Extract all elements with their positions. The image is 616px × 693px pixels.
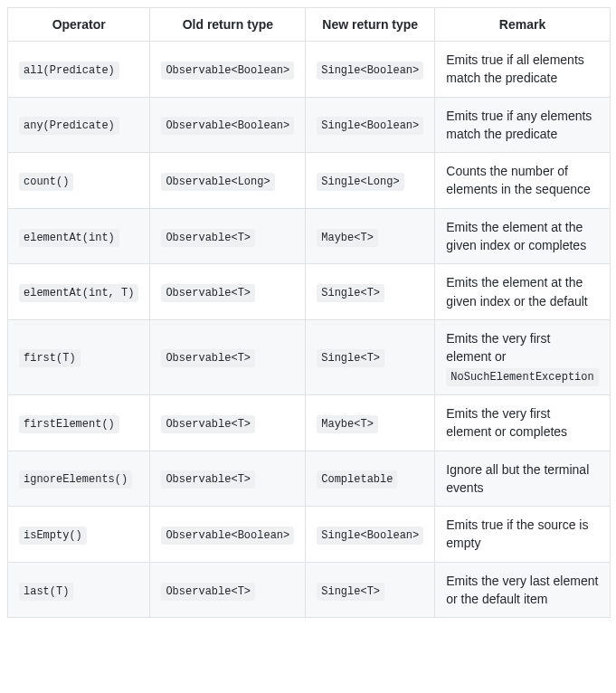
old-return-type-code: Observable<Boolean> xyxy=(161,527,294,545)
operator-cell: all(Predicate) xyxy=(8,42,150,98)
remark-cell: Emits the very last element or the defau… xyxy=(435,562,610,618)
remark-cell: Counts the number of elements in the seq… xyxy=(435,153,610,209)
remark-text: Emits the element at the given index or … xyxy=(446,275,587,308)
old-return-type-code: Observable<Boolean> xyxy=(161,117,294,135)
remark-cell: Emits true if all elements match the pre… xyxy=(435,42,610,98)
operator-code: all(Predicate) xyxy=(19,62,119,80)
new-return-type-code: Maybe<T> xyxy=(317,229,378,247)
remark-text: Emits the very first element or xyxy=(446,331,550,364)
new-return-type-cell: Single<Boolean> xyxy=(306,42,435,98)
header-remark: Remark xyxy=(435,8,610,42)
table-row: ignoreElements()Observable<T>Completable… xyxy=(8,451,611,507)
header-operator: Operator xyxy=(8,8,150,42)
new-return-type-code: Single<T> xyxy=(317,284,384,302)
remark-text: Emits the very last element or the defau… xyxy=(446,574,598,606)
old-return-type-code: Observable<Boolean> xyxy=(161,62,294,80)
operator-cell: isEmpty() xyxy=(8,507,150,563)
new-return-type-code: Single<T> xyxy=(317,583,384,601)
old-return-type-code: Observable<T> xyxy=(161,229,255,247)
operator-code: count() xyxy=(19,173,73,191)
operator-code: elementAt(int) xyxy=(19,229,119,247)
new-return-type-cell: Single<Boolean> xyxy=(306,97,435,153)
operator-code: isEmpty() xyxy=(19,527,87,545)
old-return-type-code: Observable<T> xyxy=(161,349,255,367)
new-return-type-code: Single<Boolean> xyxy=(317,62,423,80)
new-return-type-cell: Single<T> xyxy=(306,264,435,320)
new-return-type-cell: Single<Boolean> xyxy=(306,507,435,563)
old-return-type-cell: Observable<Boolean> xyxy=(150,42,306,98)
operator-cell: count() xyxy=(8,153,150,209)
new-return-type-code: Single<Boolean> xyxy=(317,527,423,545)
remark-cell: Emits the element at the given index or … xyxy=(435,208,610,264)
old-return-type-cell: Observable<Boolean> xyxy=(150,97,306,153)
remark-cell: Ignore all but the terminal events xyxy=(435,451,610,507)
new-return-type-code: Completable xyxy=(317,470,397,489)
old-return-type-cell: Observable<Boolean> xyxy=(150,507,306,563)
table-row: isEmpty()Observable<Boolean>Single<Boole… xyxy=(8,507,611,563)
new-return-type-cell: Single<T> xyxy=(306,562,435,618)
remark-cell: Emits the element at the given index or … xyxy=(435,264,610,320)
new-return-type-code: Single<Long> xyxy=(317,173,403,191)
table-row: firstElement()Observable<T>Maybe<T>Emits… xyxy=(8,394,611,451)
operator-cell: elementAt(int, T) xyxy=(8,264,150,320)
table-row: elementAt(int, T)Observable<T>Single<T>E… xyxy=(8,264,611,320)
table-row: elementAt(int)Observable<T>Maybe<T>Emits… xyxy=(8,208,611,264)
remark-cell: Emits true if the source is empty xyxy=(435,507,610,563)
remark-text: Emits the very first element or complete… xyxy=(446,406,567,439)
remark-cell: Emits true if any elements match the pre… xyxy=(435,97,610,153)
old-return-type-cell: Observable<T> xyxy=(150,264,306,320)
new-return-type-code: Single<Boolean> xyxy=(317,117,423,135)
operator-table: Operator Old return type New return type… xyxy=(7,7,611,618)
operator-cell: ignoreElements() xyxy=(8,451,150,507)
remark-text: Emits the element at the given index or … xyxy=(446,220,586,252)
table-row: any(Predicate)Observable<Boolean>Single<… xyxy=(8,97,611,153)
new-return-type-cell: Single<T> xyxy=(306,319,435,394)
operator-code: ignoreElements() xyxy=(19,470,132,489)
operator-code: first(T) xyxy=(19,349,81,367)
remark-text: Emits true if any elements match the pre… xyxy=(446,109,592,141)
header-new-return-type: New return type xyxy=(306,8,435,42)
table-row: first(T)Observable<T>Single<T>Emits the … xyxy=(8,319,611,394)
new-return-type-code: Maybe<T> xyxy=(317,415,378,433)
old-return-type-code: Observable<T> xyxy=(161,470,255,489)
operator-code: elementAt(int, T) xyxy=(19,284,138,302)
remark-cell: Emits the very first element or complete… xyxy=(435,394,610,451)
remark-code: NoSuchElementException xyxy=(446,368,598,386)
new-return-type-cell: Maybe<T> xyxy=(306,394,435,451)
table-row: count()Observable<Long>Single<Long>Count… xyxy=(8,153,611,209)
operator-code: any(Predicate) xyxy=(19,117,119,135)
remark-text: Emits true if the source is empty xyxy=(446,517,588,550)
old-return-type-code: Observable<T> xyxy=(161,583,255,601)
old-return-type-code: Observable<T> xyxy=(161,284,255,302)
operator-code: last(T) xyxy=(19,583,73,601)
old-return-type-code: Observable<Long> xyxy=(161,173,274,191)
new-return-type-code: Single<T> xyxy=(317,349,384,367)
remark-text: Counts the number of elements in the seq… xyxy=(446,164,591,196)
table-row: last(T)Observable<T>Single<T>Emits the v… xyxy=(8,562,611,618)
new-return-type-cell: Completable xyxy=(306,451,435,507)
old-return-type-code: Observable<T> xyxy=(161,415,255,433)
old-return-type-cell: Observable<T> xyxy=(150,319,306,394)
new-return-type-cell: Maybe<T> xyxy=(306,208,435,264)
header-row: Operator Old return type New return type… xyxy=(8,8,611,42)
operator-cell: any(Predicate) xyxy=(8,97,150,153)
table-row: all(Predicate)Observable<Boolean>Single<… xyxy=(8,42,611,98)
old-return-type-cell: Observable<Long> xyxy=(150,153,306,209)
remark-text: Ignore all but the terminal events xyxy=(446,462,589,495)
operator-cell: first(T) xyxy=(8,319,150,394)
remark-cell: Emits the very first element or NoSuchEl… xyxy=(435,319,610,394)
new-return-type-cell: Single<Long> xyxy=(306,153,435,209)
old-return-type-cell: Observable<T> xyxy=(150,451,306,507)
old-return-type-cell: Observable<T> xyxy=(150,208,306,264)
old-return-type-cell: Observable<T> xyxy=(150,562,306,618)
operator-cell: firstElement() xyxy=(8,394,150,451)
operator-cell: elementAt(int) xyxy=(8,208,150,264)
operator-cell: last(T) xyxy=(8,562,150,618)
header-old-return-type: Old return type xyxy=(150,8,306,42)
remark-text: Emits true if all elements match the pre… xyxy=(446,52,584,85)
old-return-type-cell: Observable<T> xyxy=(150,394,306,451)
operator-code: firstElement() xyxy=(19,415,119,433)
